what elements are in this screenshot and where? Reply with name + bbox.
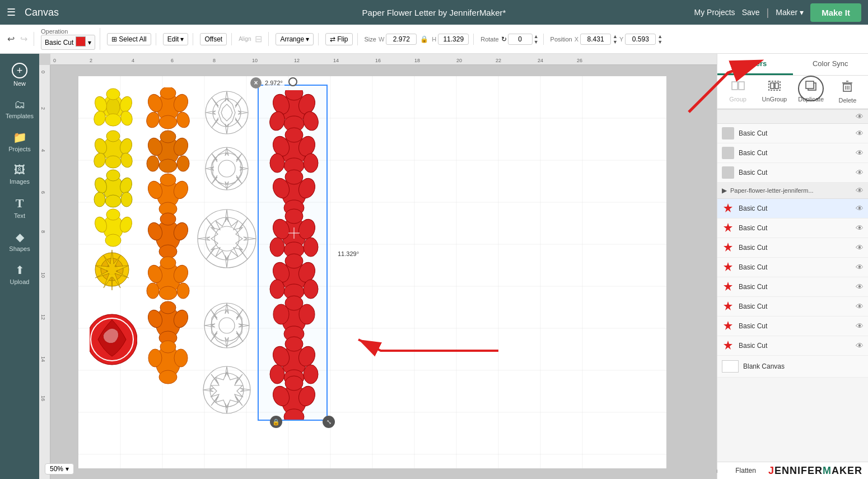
svg-point-103: [211, 310, 242, 341]
delete-action[interactable]: Delete: [829, 80, 866, 104]
lock-aspect-handle[interactable]: 🔒: [270, 416, 282, 428]
flatten-button[interactable]: Flatten: [730, 464, 762, 477]
layer-name-3: Basic Cut: [739, 169, 851, 176]
arrange-button[interactable]: Arrange ▾: [276, 33, 314, 45]
layer-eye-1[interactable]: 👁: [856, 129, 864, 138]
size-w-input[interactable]: [386, 34, 417, 45]
offset-button[interactable]: Offset: [200, 33, 227, 45]
align-group: Align ⊟: [239, 32, 269, 46]
my-projects-button[interactable]: My Projects: [694, 8, 735, 17]
chevron-down-icon: ▾: [800, 8, 804, 17]
rotate-down-button[interactable]: ▼: [534, 39, 539, 45]
flip-button[interactable]: ⇄ Flip: [325, 33, 352, 45]
svg-point-81: [159, 286, 177, 300]
rotate-up-button[interactable]: ▲: [534, 34, 539, 39]
pos-x-down[interactable]: ▼: [613, 39, 618, 45]
blank-canvas-item[interactable]: Blank Canvas: [717, 356, 868, 378]
layer-eye-red-4[interactable]: 👁: [856, 263, 864, 272]
app-title: Canvas: [25, 7, 59, 18]
pos-y-up[interactable]: ▲: [657, 34, 662, 39]
group-eye-icon[interactable]: 👁: [856, 186, 864, 195]
layer-item-red-8[interactable]: Basic Cut 👁: [717, 336, 868, 356]
lock-ratio-icon[interactable]: 🔒: [418, 34, 430, 45]
layer-item-red-2[interactable]: Basic Cut 👁: [717, 218, 868, 238]
nav-right: My Projects Save | Maker ▾ Make It: [694, 3, 862, 22]
red-star-icon-6: [722, 300, 734, 313]
svg-point-65: [147, 156, 159, 171]
layer-eye-red-1[interactable]: 👁: [856, 204, 864, 213]
sidebar-item-projects[interactable]: 📁 Projects: [3, 126, 36, 157]
layer-item-gray-3[interactable]: Basic Cut 👁: [717, 163, 868, 183]
red-star-icon-4: [722, 261, 734, 273]
redo-button[interactable]: ↪: [18, 32, 29, 46]
hamburger-icon[interactable]: ☰: [7, 6, 16, 18]
sidebar-item-upload[interactable]: ⬆ Upload: [3, 259, 36, 290]
new-icon: +: [12, 63, 27, 78]
nav-divider: |: [767, 7, 769, 18]
size-h-input[interactable]: [438, 34, 469, 45]
layer-color-swatch-1: [722, 127, 734, 139]
canvas-area[interactable]: 0 2 4 6 8 10 12 14 16 18 20 22 24 26 0 2…: [39, 54, 717, 479]
layer-item-gray-1[interactable]: Basic Cut 👁: [717, 124, 868, 143]
svg-point-32: [106, 131, 120, 142]
layer-item-red-1[interactable]: Basic Cut 👁: [717, 199, 868, 218]
layer-eye-3[interactable]: 👁: [856, 168, 864, 177]
selection-box[interactable]: × 🔒 ⤡: [258, 85, 328, 421]
pos-x-input[interactable]: [580, 34, 611, 45]
svg-rect-161: [732, 82, 738, 90]
cancel-selection-button[interactable]: ×: [250, 77, 262, 89]
svg-point-70: [160, 174, 176, 186]
layer-item-gray-2[interactable]: Basic Cut 👁: [717, 143, 868, 163]
pos-y-input[interactable]: [625, 34, 656, 45]
eye-icon-header[interactable]: 👁: [856, 112, 864, 121]
layer-eye-2[interactable]: 👁: [856, 148, 864, 157]
layer-eye-red-7[interactable]: 👁: [856, 322, 864, 331]
operation-value: Basic Cut: [45, 39, 73, 46]
layer-item-red-6[interactable]: Basic Cut 👁: [717, 297, 868, 317]
resize-handle[interactable]: ⤡: [323, 416, 335, 428]
pos-x-up[interactable]: ▲: [613, 34, 618, 39]
svg-rect-165: [775, 83, 778, 89]
make-it-button[interactable]: Make It: [810, 3, 861, 22]
sidebar-item-text[interactable]: T Text: [3, 192, 36, 224]
layer-name-2: Basic Cut: [739, 149, 851, 157]
group-action[interactable]: Group: [720, 80, 756, 104]
zoom-control[interactable]: 50% ▾: [45, 463, 74, 475]
rotate-input[interactable]: [508, 34, 533, 45]
undo-button[interactable]: ↩: [6, 32, 16, 46]
pos-y-down[interactable]: ▼: [657, 39, 662, 45]
svg-marker-181: [724, 341, 732, 350]
svg-point-90: [148, 349, 162, 367]
sidebar-item-shapes[interactable]: ◆ Shapes: [3, 226, 36, 257]
layer-group-header[interactable]: ▶ Paper-flower-letter-jenniferm... 👁: [717, 183, 868, 199]
layer-item-red-3[interactable]: Basic Cut 👁: [717, 238, 868, 258]
ruler-top: 0 2 4 6 8 10 12 14 16 18 20 22 24 26: [50, 54, 717, 65]
layer-item-red-4[interactable]: Basic Cut 👁: [717, 258, 868, 277]
ungroup-action[interactable]: UnGroup: [756, 80, 792, 104]
layer-item-red-5[interactable]: Basic Cut 👁: [717, 277, 868, 297]
tab-layers[interactable]: Layers: [717, 54, 793, 75]
layer-eye-red-2[interactable]: 👁: [856, 224, 864, 232]
select-all-button[interactable]: ⊞ Select All: [107, 33, 151, 45]
svg-point-97: [211, 153, 242, 184]
sidebar-item-images[interactable]: 🖼 Images: [3, 159, 36, 189]
layer-eye-red-3[interactable]: 👁: [856, 243, 864, 252]
arrange-group: Arrange ▾: [276, 33, 319, 45]
group-icon: [731, 82, 745, 94]
align-button[interactable]: ⊟: [253, 32, 264, 46]
operation-select[interactable]: Basic Cut ▾: [41, 35, 95, 50]
rotate-handle[interactable]: [288, 77, 297, 86]
edit-button[interactable]: Edit ▾: [163, 33, 189, 45]
svg-point-93: [159, 370, 177, 384]
red-star-icon-2: [722, 222, 734, 234]
layer-eye-red-8[interactable]: 👁: [856, 341, 864, 350]
save-button[interactable]: Save: [742, 8, 760, 17]
layer-eye-red-5[interactable]: 👁: [856, 282, 864, 291]
maker-button[interactable]: Maker ▾: [776, 8, 804, 17]
sidebar-item-templates[interactable]: 🗂 Templates: [3, 94, 36, 124]
tab-color-sync[interactable]: Color Sync: [793, 54, 869, 75]
sidebar-item-new[interactable]: + New: [3, 58, 36, 91]
layer-item-red-7[interactable]: Basic Cut 👁: [717, 317, 868, 336]
layer-eye-red-6[interactable]: 👁: [856, 302, 864, 311]
duplicate-action[interactable]: Duplicate: [793, 80, 829, 104]
